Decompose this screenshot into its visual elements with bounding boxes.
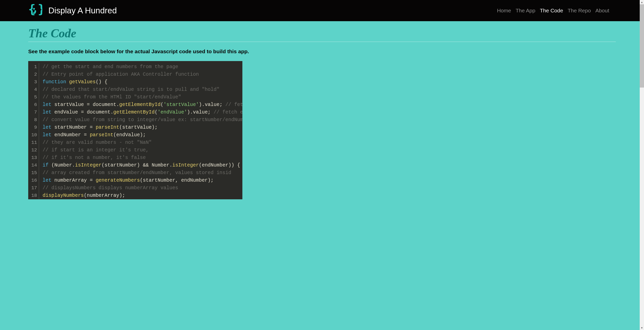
line-number: 17 [30,184,37,192]
nav-link-the-code[interactable]: The Code [540,8,563,14]
svg-text:}: } [38,3,42,16]
code-line: let endValue = document.getElementById('… [43,108,242,116]
scrollbar-thumb[interactable] [640,4,644,88]
code-line: let startValue = document.getElementById… [43,101,242,108]
code-line: let startNumber = parseInt(startValue); [43,124,242,131]
code-line: function getValues() { [43,78,242,86]
line-number: 2 [30,71,37,78]
content: The Code See the example code block belo… [0,21,644,199]
line-number: 12 [30,146,37,154]
nav-link-the-repo[interactable]: The Repo [568,8,591,14]
line-number: 7 [30,108,37,116]
code-lines: // get the start and end numbers from th… [39,63,242,199]
code-gutter: 123456789101112131415161718 [28,63,39,199]
line-number: 11 [30,139,37,146]
logo-icon: { } [28,3,42,19]
line-number: 1 [30,63,37,71]
code-block: 123456789101112131415161718 // get the s… [28,61,242,199]
page-subtitle: See the example code block below for the… [28,48,616,54]
line-number: 5 [30,93,37,101]
code-line: // convert value from string to integer/… [43,116,242,124]
svg-point-2 [33,8,35,10]
code-line: // Entry point of application AKA Contro… [43,71,242,78]
code-line: // array created from startNumber/endNum… [43,169,242,177]
code-line: if (Number.isInteger(startNumber) && Num… [43,161,242,169]
line-number: 16 [30,177,37,184]
code-line: let endNumber = parseInt(endValue); [43,131,242,139]
brand-title: Display A Hundred [48,6,117,15]
code-line: // get the start and end numbers from th… [43,63,242,71]
scrollbar-up-arrow[interactable]: ▲ [640,0,644,4]
code-line: displayNumbers(numberArray); [43,192,242,199]
nav-link-the-app[interactable]: The App [516,8,535,14]
line-number: 18 [30,192,37,199]
brand[interactable]: { } Display A Hundred [28,3,117,19]
code-line: // declared that start/endValue string i… [43,86,242,93]
line-number: 9 [30,124,37,131]
line-number: 3 [30,78,37,86]
divider [28,42,616,42]
line-number: 8 [30,116,37,124]
svg-point-3 [35,10,36,12]
line-number: 15 [30,169,37,177]
line-number: 13 [30,154,37,161]
line-number: 10 [30,131,37,139]
code-line: // the values from the HTMl ID "start/en… [43,93,242,101]
nav-link-about[interactable]: About [595,8,609,14]
line-number: 6 [30,101,37,108]
code-line: // displaysNumbers displays numberArray … [43,184,242,192]
scrollbar-track[interactable]: ▲ ▼ [640,0,644,199]
line-number: 14 [30,161,37,169]
code-line: // if it's not a number, it's false [43,154,242,161]
nav-link-home[interactable]: Home [497,8,511,14]
page-title: The Code [28,26,616,42]
nav-links: Home The App The Code The Repo About [497,8,609,14]
line-number: 4 [30,86,37,93]
code-line: // if start is an integer it's true, [43,146,242,154]
code-line: // they are valid numbers - not "NaN" [43,139,242,146]
code-line: let numberArray = generateNumbers(startN… [43,177,242,184]
navbar: { } Display A Hundred Home The App The C… [0,0,644,21]
